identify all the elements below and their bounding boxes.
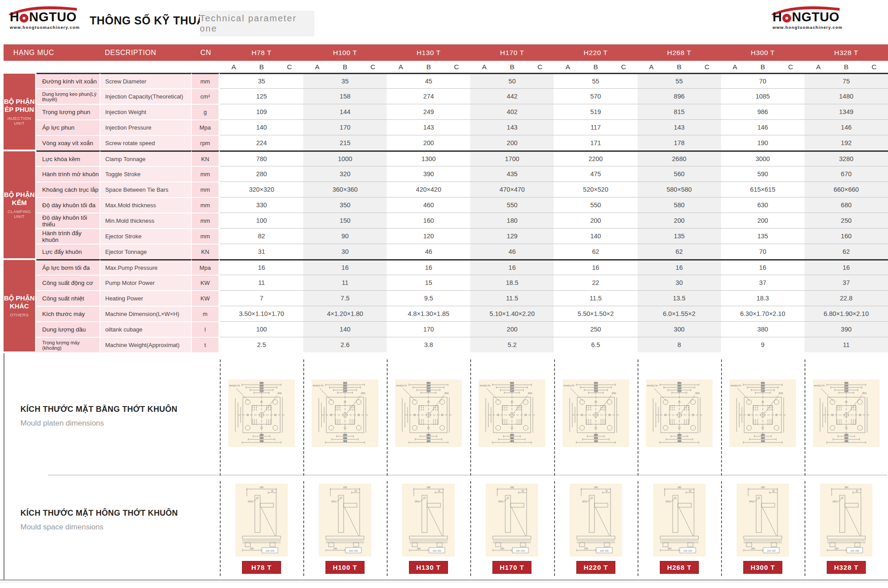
model-badge: H100 T	[325, 561, 365, 574]
spec-value: 470×470	[470, 182, 554, 197]
svg-text:280: 280	[668, 547, 672, 550]
spec-value: 6.30×1.70×2.10	[721, 306, 805, 321]
sub-column-header: B	[665, 61, 693, 73]
spec-value: 190	[721, 135, 805, 150]
model-badge: H78 T	[242, 561, 281, 574]
row-unit: mm	[192, 166, 220, 182]
platen-drawing: 140210280350200320495 44=M16-7H Ø30	[395, 379, 462, 447]
svg-text:320: 320	[510, 437, 514, 439]
svg-text:SR10: SR10	[415, 501, 420, 503]
spec-value: 18.3	[721, 290, 805, 306]
svg-text:SR10: SR10	[498, 501, 503, 503]
col-header-unit: CN	[192, 44, 220, 61]
sub-column-header: B	[248, 61, 276, 73]
row-label-vn: Độ dày khuôn tối đa	[36, 197, 100, 213]
platen-drawing: 140210280350200320495 44=M16-7H Ø30	[813, 379, 880, 447]
row-label-vn: Dung lượng dầu	[36, 321, 100, 337]
svg-text:350: 350	[761, 382, 765, 384]
row-label-vn: Dung lượng keo phun(Lý thuyết)	[36, 88, 100, 104]
svg-text:30: 30	[689, 490, 691, 492]
spec-value: 630	[721, 197, 805, 213]
svg-text:44=M16-7H: 44=M16-7H	[480, 385, 490, 387]
column-separator	[220, 481, 221, 576]
column-separator	[554, 481, 555, 576]
svg-text:200: 200	[343, 434, 347, 436]
svg-text:495: 495	[761, 440, 765, 442]
column-separator	[303, 359, 304, 476]
svg-text:280: 280	[500, 547, 504, 550]
model-badge: H300 T	[743, 561, 782, 574]
spec-value: 11	[303, 275, 387, 290]
svg-text:350: 350	[427, 382, 431, 384]
sub-column-header: A	[220, 61, 248, 73]
spec-value: 215	[303, 135, 387, 150]
svg-text:SR10: SR10	[582, 501, 587, 503]
row-label-en: Max.Mold thickness	[100, 197, 192, 213]
row-label-vn: Trọng lượng máy (khoảng)	[36, 337, 100, 352]
row-label-en: Machine Dimension(L×W×H)	[100, 306, 192, 321]
spec-value: 178	[638, 135, 721, 150]
spec-value: 30	[303, 244, 387, 259]
sub-column-header: A	[303, 61, 331, 73]
svg-text:495: 495	[844, 440, 848, 442]
spec-value: 815	[638, 104, 721, 119]
row-label-en: Ejector Tonnage	[100, 244, 192, 259]
sub-column-header: C	[777, 61, 805, 73]
spec-value: 615×615	[721, 182, 805, 197]
sub-column-header: A	[470, 61, 498, 73]
spec-value: 16	[303, 259, 387, 275]
spec-value: 3280	[805, 150, 888, 166]
spec-value: 200	[470, 135, 554, 150]
row-label-en: oiltank cubage	[100, 321, 192, 337]
section-divider-line	[48, 475, 887, 475]
svg-text:320: 320	[594, 437, 598, 439]
svg-text:200: 200	[678, 434, 682, 436]
spec-value: 274	[387, 88, 470, 104]
spec-value: 16	[470, 259, 554, 275]
spec-value: 2.6	[303, 337, 387, 352]
svg-text:Ø30: Ø30	[528, 392, 532, 395]
column-separator	[220, 359, 221, 476]
svg-text:320: 320	[678, 437, 682, 439]
spec-value: 519	[554, 104, 637, 119]
sub-column-header: C	[359, 61, 387, 73]
spec-value: 30	[638, 275, 721, 290]
spec-value: 143	[470, 119, 554, 135]
spec-value: 13.5	[638, 290, 721, 306]
spec-value: 3.50×1.10×1.70	[220, 306, 303, 321]
spec-value: 200	[554, 213, 637, 228]
spec-value: 200	[721, 213, 805, 228]
spec-value: 75	[805, 73, 888, 88]
column-separator	[470, 481, 471, 576]
spec-value: 146	[721, 119, 805, 135]
svg-text:350: 350	[343, 382, 347, 384]
svg-text:280: 280	[751, 547, 755, 550]
spec-value: 360×360	[303, 182, 387, 197]
svg-text:350: 350	[844, 382, 848, 384]
svg-text:100~330: 100~330	[432, 549, 441, 552]
spec-value: 4.8×1.30×1.85	[387, 306, 470, 321]
spec-value: 16	[721, 259, 805, 275]
row-label-vn: Vòng xoay vít xoắn	[36, 135, 100, 150]
sub-column-header: A	[638, 61, 666, 73]
row-unit: Mpa	[192, 259, 220, 275]
spec-value: 22	[554, 275, 637, 290]
row-unit: mm	[192, 182, 220, 197]
spec-value: 125	[220, 88, 303, 104]
spec-value: 670	[805, 166, 888, 182]
spec-value: 300	[638, 321, 721, 337]
spec-value: 16	[220, 259, 303, 275]
spec-value: 460	[387, 197, 470, 213]
svg-text:Ø30: Ø30	[361, 392, 365, 395]
spec-value: 5.10×1.40×2.20	[470, 306, 554, 321]
spec-value: 570	[554, 88, 637, 104]
spec-value: 550	[470, 197, 554, 213]
sub-column-header: B	[582, 61, 610, 73]
model-badge: H130 T	[409, 561, 448, 574]
logo-o-icon	[20, 14, 28, 23]
row-unit: mm	[192, 197, 220, 213]
svg-text:100~330: 100~330	[516, 549, 525, 552]
model-header: H170 T	[470, 44, 554, 61]
spec-value: 896	[638, 88, 721, 104]
row-unit: KN	[192, 150, 220, 166]
